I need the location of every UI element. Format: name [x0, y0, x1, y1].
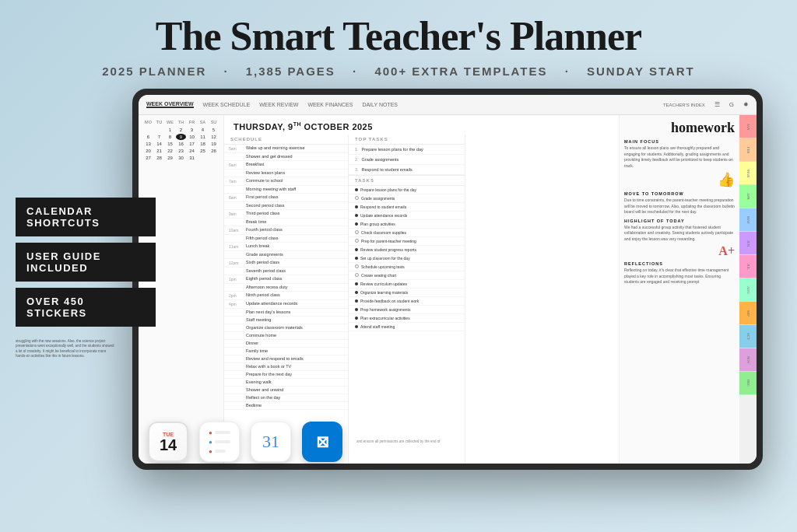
tab-week-schedule[interactable]: WEEK SCHEDULE	[203, 102, 251, 107]
teacher-index-label: TEACHER'S INDEX	[663, 103, 705, 107]
main-content: CALENDAR SHORTCUTS USER GUIDE INCLUDED O…	[0, 89, 797, 470]
gcal-icon: 31	[262, 432, 279, 452]
schedule-item: 10amFourth period class	[224, 226, 348, 235]
schedule-item: 12pmSixth period class	[224, 259, 348, 268]
task-item: Check classroom supplies	[349, 229, 465, 237]
right-panel: homework MAIN FOCUS To ensure all lesson…	[619, 115, 739, 464]
calendar-badge: CALENDAR SHORTCUTS	[16, 198, 156, 236]
task-item: Schedule upcoming tests	[349, 263, 465, 271]
task-item: Update attendance records	[349, 212, 465, 220]
task-item: Plan extracurricular activities	[349, 314, 465, 323]
sidebar-tabs: JAN FEB MAR APR MAY JUN JUL AUG SEP OCT …	[739, 115, 757, 464]
outlook-icon: ⊠	[316, 432, 329, 451]
schedule-item: Shower and unwind	[224, 387, 348, 394]
preview-text: struggling with the new sessions. Also, …	[16, 339, 117, 359]
sidebar-tab-jul[interactable]: JUL	[739, 255, 757, 278]
schedule-item: Grade assignments	[224, 251, 348, 259]
sidebar-tab-nov[interactable]: NOV	[739, 348, 757, 372]
sidebar-tab-aug[interactable]: AUG	[739, 278, 757, 302]
task-item: Provide feedback on student work	[349, 297, 465, 306]
schedule-item: Morning meeting with staff	[224, 186, 348, 194]
schedule-item: Reflect on the day	[224, 394, 348, 402]
gcal-app-icon[interactable]: 31	[251, 422, 291, 462]
schedule-item: 8amFirst period class	[224, 194, 348, 202]
sidebar-tab-may[interactable]: MAY	[739, 208, 757, 232]
schedule-item: 7amCommute to school	[224, 177, 348, 186]
tab-daily-notes[interactable]: DAILY NOTES	[362, 102, 398, 107]
homework-title: homework	[624, 120, 735, 136]
subtitle-part-3: 400+ EXTRA TEMPLATES	[374, 65, 547, 78]
tasks-label: TASKS	[349, 175, 465, 186]
page-header: The Smart Teacher's Planner 2025 PLANNER…	[0, 0, 797, 78]
sidebar-tab-mar[interactable]: MAR	[739, 162, 757, 185]
reminders-app-icon[interactable]: ● ● ●	[199, 422, 240, 462]
tablet-center: THURSDAY, 9TH OCTOBER 2025 SCHEDULE 5amW…	[224, 115, 619, 464]
schedule-item: 9amThird period class	[224, 210, 348, 219]
top-tasks-column: TOP TASKS 1.Prepare lesson plans for the…	[349, 135, 465, 464]
schedule-item: Prepare for the next day	[224, 371, 348, 379]
highlight-label: HIGHLIGHT OF TODAY	[624, 219, 735, 223]
sidebar-tab-jun[interactable]: JUN	[739, 232, 757, 255]
schedule-item: Dinner	[224, 340, 348, 348]
task-item: Review curriculum updates	[349, 280, 465, 289]
sidebar-tab-dec[interactable]: DEC	[739, 372, 757, 395]
schedule-item: Bedtime	[224, 402, 348, 410]
schedule-item: 4pmUpdate attendance records	[224, 300, 348, 309]
schedule-item: Evening walk	[224, 379, 348, 387]
move-tomorrow-text: Due to time constraints, the parent-teac…	[624, 198, 735, 215]
thumb-up-icon: 👍	[624, 171, 735, 188]
schedule-item: Second period class	[224, 202, 348, 210]
subtitle-part-1: 2025 PLANNER	[102, 65, 206, 78]
task-item: Grade assignments	[349, 194, 465, 203]
subtitle-bar: 2025 PLANNER · 1,385 PAGES · 400+ EXTRA …	[0, 65, 797, 78]
schedule-item: 1pmEighth period class	[224, 275, 348, 284]
move-tomorrow-label: MOVE TO TOMORROW	[624, 191, 735, 196]
task-item: Prep for parent-teacher meeting	[349, 237, 465, 246]
task-item: Respond to student emails	[349, 203, 465, 212]
separator-1: ·	[223, 65, 233, 78]
outlook-app-icon[interactable]: ⊠	[302, 422, 342, 462]
guide-badge: USER GUIDE INCLUDED	[16, 243, 156, 282]
highlight-text: We had a successful group activity that …	[624, 225, 735, 243]
schedule-item: Review and respond to emails	[224, 355, 348, 363]
main-title: The Smart Teacher's Planner	[0, 14, 797, 58]
task-item: Plan group activities	[349, 220, 465, 229]
schedule-item: Commute home	[224, 332, 348, 340]
calendar-app-display: TUE 14	[160, 432, 177, 453]
nav-icon-2: G	[729, 101, 734, 108]
sidebar-tab-jan[interactable]: JAN	[739, 115, 757, 138]
schedule-item: Organize classroom materials	[224, 324, 348, 332]
aplus-icon: A+	[624, 244, 735, 258]
dock-area: TUE 14 ● ● ●	[132, 422, 781, 462]
sidebar-tab-apr[interactable]: APR	[739, 185, 757, 208]
schedule-item: 11amLunch break	[224, 243, 348, 251]
top-task-item: 2.Grade assignments	[349, 155, 465, 165]
schedule-item: Plan next day's lessons	[224, 309, 348, 317]
task-item: Prepare lesson plans for the day	[349, 186, 465, 194]
task-item: Create seating chart	[349, 271, 465, 280]
date-header: THURSDAY, 9TH OCTOBER 2025	[224, 115, 619, 135]
schedule-item: Break time	[224, 219, 348, 226]
left-panel: CALENDAR SHORTCUTS USER GUIDE INCLUDED O…	[16, 89, 156, 470]
schedule-item: Afternoon recess duty	[224, 284, 348, 292]
tab-week-review[interactable]: WEEK REVIEW	[259, 102, 298, 107]
tab-week-finances[interactable]: WEEK FINANCES	[307, 102, 353, 107]
task-item: Organize learning materials	[349, 289, 465, 297]
schedule-label: SCHEDULE	[224, 135, 348, 145]
sidebar-tab-sep[interactable]: SEP	[739, 302, 757, 325]
tablet-screen: WEEK OVERVIEW WEEK SCHEDULE WEEK REVIEW …	[139, 95, 757, 464]
sidebar-tab-feb[interactable]: FEB	[739, 138, 757, 162]
schedule-item: 2pmNinth period class	[224, 292, 348, 300]
sidebar-tab-oct[interactable]: OCT	[739, 325, 757, 348]
tablet-frame: WEEK OVERVIEW WEEK SCHEDULE WEEK REVIEW …	[132, 89, 763, 470]
top-tasks-label: TOP TASKS	[349, 135, 465, 145]
main-focus-text: To ensure all lesson plans are thoroughl…	[624, 145, 735, 169]
schedule-item: Review lesson plans	[224, 170, 348, 177]
main-focus-label: MAIN FOCUS	[624, 139, 735, 144]
task-item: Review student progress reports	[349, 246, 465, 254]
top-task-item: 3.Respond to student emails	[349, 165, 465, 175]
task-item: Prep homework assignments	[349, 306, 465, 314]
separator-2: ·	[353, 65, 362, 78]
nav-icon-1: ☰	[714, 101, 720, 108]
task-item: Set up classroom for the day	[349, 254, 465, 263]
